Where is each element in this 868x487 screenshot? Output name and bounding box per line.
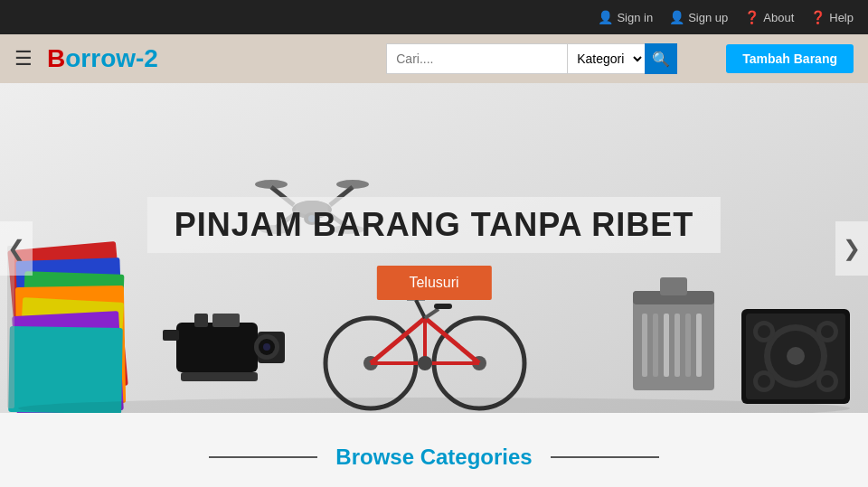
carousel-arrow-right[interactable]: ❯ xyxy=(835,221,868,276)
carousel-arrow-left[interactable]: ❮ xyxy=(0,221,33,276)
about-link[interactable]: ❓ About xyxy=(744,10,794,24)
category-select[interactable]: Kategori xyxy=(567,43,645,74)
svg-rect-48 xyxy=(653,314,658,377)
svg-point-63 xyxy=(758,375,770,388)
svg-rect-51 xyxy=(685,314,691,377)
user-icon: 👤 xyxy=(598,10,613,24)
svg-point-25 xyxy=(263,343,270,351)
svg-point-57 xyxy=(787,347,805,365)
svg-point-43 xyxy=(418,356,432,370)
signin-label[interactable]: Sign in xyxy=(617,11,653,24)
svg-rect-47 xyxy=(642,314,647,377)
logo-rest: orrow-2 xyxy=(65,44,158,72)
search-container: Kategori 🔍 xyxy=(386,43,693,74)
about-label[interactable]: About xyxy=(763,11,794,24)
svg-point-59 xyxy=(758,325,770,338)
hamburger-menu[interactable]: ☰ xyxy=(14,47,33,70)
browse-categories-section: Browse Categories xyxy=(0,413,868,487)
logo[interactable]: Borrow-2 xyxy=(47,44,158,73)
svg-rect-28 xyxy=(181,372,258,381)
hero-carousel: PINJAM BARANG TANPA RIBET Telusuri ❮ ❯ xyxy=(0,83,868,413)
svg-point-65 xyxy=(821,375,834,388)
svg-rect-29 xyxy=(163,330,179,341)
hero-text-block: PINJAM BARANG TANPA RIBET Telusuri xyxy=(147,197,721,300)
svg-rect-50 xyxy=(675,314,680,377)
svg-rect-52 xyxy=(696,314,702,377)
browse-right-line xyxy=(551,456,659,458)
browse-left-line xyxy=(209,456,317,458)
help-icon: ❓ xyxy=(810,10,826,24)
svg-rect-49 xyxy=(664,314,669,377)
search-input[interactable] xyxy=(386,43,567,74)
speaker-illustration xyxy=(741,309,850,404)
svg-point-15 xyxy=(255,180,288,189)
hero-title: PINJAM BARANG TANPA RIBET xyxy=(147,197,721,253)
search-icon: 🔍 xyxy=(652,51,670,68)
telusuri-button[interactable]: Telusuri xyxy=(376,266,491,300)
logo-b: B xyxy=(47,44,65,72)
svg-point-61 xyxy=(821,325,834,338)
topbar: 👤 Sign in 👤 Sign up ❓ About ❓ Help xyxy=(0,0,868,34)
svg-point-16 xyxy=(336,180,369,189)
help-link[interactable]: ❓ Help xyxy=(810,10,854,24)
signin-link[interactable]: 👤 Sign in xyxy=(598,10,653,24)
svg-rect-21 xyxy=(176,323,258,372)
signup-link[interactable]: 👤 Sign up xyxy=(669,10,728,24)
svg-rect-7 xyxy=(8,326,123,413)
browse-title: Browse Categories xyxy=(335,445,532,470)
signup-label[interactable]: Sign up xyxy=(688,11,728,24)
svg-rect-26 xyxy=(194,314,208,327)
search-button[interactable]: 🔍 xyxy=(645,43,677,74)
user-plus-icon: 👤 xyxy=(669,10,684,24)
help-label[interactable]: Help xyxy=(829,11,854,24)
header: ☰ Borrow-2 Kategori 🔍 Tambah Barang xyxy=(0,34,868,83)
svg-rect-42 xyxy=(434,304,452,309)
tambah-barang-button[interactable]: Tambah Barang xyxy=(726,44,854,73)
question-icon: ❓ xyxy=(744,10,760,24)
svg-rect-27 xyxy=(212,314,240,327)
